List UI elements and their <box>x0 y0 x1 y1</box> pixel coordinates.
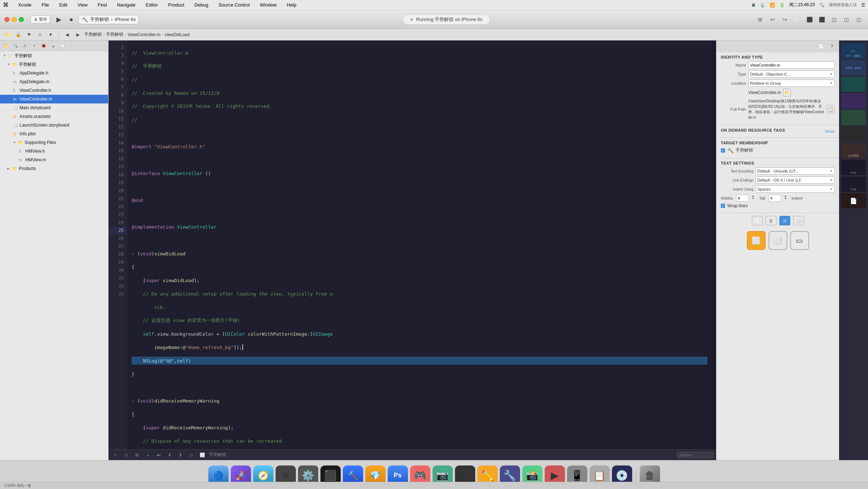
search-icon[interactable]: 🔍 <box>819 3 825 8</box>
menu-icon[interactable]: ☰ <box>861 3 865 8</box>
sidebar-root[interactable]: ▼ ⬡ 手势解锁 <box>0 51 108 60</box>
menubar-edit[interactable]: Edit <box>57 1 69 8</box>
editor-version-button[interactable]: ⬛ <box>817 14 827 25</box>
editor-scrollbar[interactable] <box>712 41 716 449</box>
type-select[interactable]: Default - Objective-C... ▼ <box>748 71 835 78</box>
thumb-5[interactable] <box>841 127 866 142</box>
thumb-xksi[interactable]: XKSi...aster <box>841 60 866 75</box>
file-inspector-btn[interactable]: 📄 <box>817 42 825 51</box>
battery-icon[interactable]: 🔋 <box>779 3 785 8</box>
sidebar-supporting-files[interactable]: ▼ 📁 Supporting Files <box>0 138 108 147</box>
sidebar-viewcontroller-h[interactable]: h ViewController.h <box>0 86 108 95</box>
nav-btn[interactable]: ⊙ <box>122 451 130 459</box>
sidebar-products[interactable]: ▶ 📁 Products <box>0 164 108 173</box>
sidebar-assets[interactable]: ⊞ Assets.xcassets <box>0 112 108 121</box>
pause-button[interactable]: ⏸ 暂停 <box>30 15 50 24</box>
breadcrumb-method[interactable]: viewDidLoad <box>165 32 190 37</box>
file-btn-2[interactable]: {} <box>766 216 776 225</box>
menubar-find[interactable]: Find <box>95 1 109 8</box>
scheme-selector[interactable]: 🔨 手势解锁 › iPhone 6s <box>78 15 139 24</box>
menubar-product[interactable]: Product <box>166 1 187 8</box>
code-content[interactable]: // ViewController.m // 手势解锁 // // Create… <box>127 41 712 449</box>
tab-stepper-down[interactable]: ▼ <box>752 197 756 200</box>
sidebar-hmview-m[interactable]: m HMView.m <box>0 156 108 164</box>
hide-left-panel[interactable]: ◫ <box>829 14 839 25</box>
wrap-lines-checkbox[interactable]: ✓ <box>721 204 725 208</box>
control-center-icon[interactable]: 🖥 <box>751 3 756 8</box>
breadcrumb-project[interactable]: 手势解锁 <box>84 31 102 38</box>
indent-stepper-down[interactable]: ▼ <box>784 197 788 200</box>
lock-btn[interactable]: 🔒 <box>14 30 22 39</box>
editor-assistant-button[interactable]: ⬛ <box>804 14 814 25</box>
shape-square-btn[interactable]: ⬜ <box>747 231 766 250</box>
file-btn-1[interactable]: 📄 <box>752 216 763 225</box>
debug-icon-btn[interactable]: 🐞 <box>40 42 48 50</box>
hide-bottom-panel[interactable]: ◫ <box>841 14 851 25</box>
thumb-qq[interactable]: QQ 框架 <box>841 143 866 158</box>
sidebar-main-storyboard[interactable]: ⬜ Main.storyboard <box>0 103 108 112</box>
run-button[interactable]: ▶ <box>54 14 64 25</box>
forward-button[interactable]: ↪ <box>780 14 790 25</box>
add-file-btn[interactable]: + <box>111 451 119 459</box>
indent-width-input[interactable] <box>768 195 781 202</box>
step-over-btn[interactable]: ⏭ <box>155 451 163 459</box>
nav-forward-btn[interactable]: ▶ <box>73 30 82 39</box>
apple-menu[interactable]: ⌘ <box>3 1 9 8</box>
breadcrumb-file[interactable]: ViewController.m <box>128 32 160 37</box>
menubar-view[interactable]: View <box>75 1 90 8</box>
close-button[interactable] <box>4 17 9 22</box>
line-endings-select[interactable]: Default - OS X / Unix (LF ▼ <box>756 177 835 184</box>
file-btn-4[interactable]: ⬜ <box>793 216 804 225</box>
sidebar-group-main[interactable]: ▼ 📁 手势解锁 <box>0 60 108 69</box>
hide-right-panel[interactable]: ◫ <box>854 14 864 25</box>
file-btn-3[interactable]: ⊙ <box>779 216 790 225</box>
search-icon-btn[interactable]: 🔍 <box>12 42 20 50</box>
sidebar-appdelegate-h[interactable]: h AppDelegate.h <box>0 69 108 77</box>
layout-btn[interactable]: ⊞ <box>133 451 141 459</box>
breakpoint-icon-btn[interactable]: ⬥ <box>49 42 57 50</box>
wifi-icon[interactable]: 📶 <box>770 3 775 8</box>
name-input[interactable] <box>748 61 835 69</box>
warning-btn[interactable]: ⚠ <box>35 30 44 39</box>
filter-input[interactable] <box>677 452 713 458</box>
menubar-source-control[interactable]: Source Control <box>216 1 252 8</box>
thumb-file[interactable]: 📄 <box>841 193 866 208</box>
menubar-file[interactable]: File <box>39 1 51 8</box>
menubar-editor[interactable]: Editor <box>144 1 160 8</box>
menubar-help[interactable]: Help <box>285 1 299 8</box>
flag-btn[interactable]: ⚑ <box>25 30 33 39</box>
back-button[interactable]: ↩ <box>767 14 778 25</box>
code-scroll[interactable]: 2 3 4 5 6 7 8 9 10 11 12 13 14 15 16 17 <box>109 41 716 449</box>
breadcrumb-group[interactable]: 手势解锁 <box>106 31 123 38</box>
breakpoint-btn[interactable]: ⬥ <box>144 451 152 459</box>
debug-view-btn[interactable]: ⬜ <box>198 451 206 459</box>
tab-stepper-up[interactable]: ▲ <box>752 195 756 197</box>
sidebar-hmview-h[interactable]: h HMView.h <box>0 147 108 156</box>
sidebar-toggle-button[interactable]: ⊞ <box>755 14 765 25</box>
reveal-file-btn[interactable]: 📁 <box>783 89 791 97</box>
folder-icon-btn[interactable]: 📁 <box>2 42 10 50</box>
stop-button[interactable]: ■ <box>66 14 76 25</box>
sidebar-infoplist[interactable]: ⊟ Info.plist <box>0 129 108 138</box>
nav-back-btn[interactable]: ◀ <box>63 30 71 39</box>
step-in-btn[interactable]: ⬇ <box>166 451 174 459</box>
thumb-4[interactable] <box>841 110 866 125</box>
target-checkbox[interactable]: ✓ <box>721 148 725 153</box>
fullscreen-button[interactable] <box>19 17 24 22</box>
search-input-menu[interactable]: 搜狗拼音输入法 <box>829 2 857 8</box>
thumb-2[interactable] <box>841 77 866 92</box>
encoding-select[interactable]: Default - Unicode (UT... ▼ <box>756 167 835 175</box>
tab-width-input[interactable] <box>736 195 749 202</box>
location-select[interactable]: Relative to Group ▼ <box>748 80 835 87</box>
indent-stepper-up[interactable]: ▲ <box>784 195 788 197</box>
sidebar-viewcontroller-m[interactable]: m ViewController.m <box>0 95 108 103</box>
show-btn[interactable]: Show <box>825 129 835 133</box>
continue-btn[interactable]: ▷ <box>187 451 195 459</box>
shape-square-outlined-btn[interactable]: ⬜ <box>769 231 787 250</box>
thumb-time1[interactable]: 9:20 <box>841 160 866 175</box>
shape-rect-btn[interactable]: ▭ <box>790 231 809 250</box>
sidebar-appdelegate-m[interactable]: m AppDelegate.m <box>0 77 108 86</box>
sidebar-launchscreen[interactable]: ⬜ LaunchScreen.storyboard <box>0 121 108 129</box>
thumb-3[interactable] <box>841 93 866 109</box>
thumb-time2[interactable]: 9:34 <box>841 177 866 192</box>
